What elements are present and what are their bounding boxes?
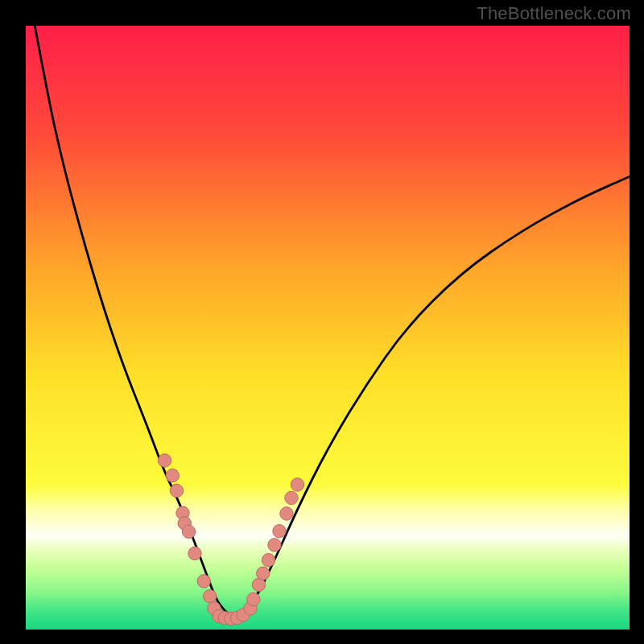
bottleneck-curve [35, 26, 630, 617]
data-dot [204, 590, 217, 603]
data-dot [257, 567, 270, 580]
watermark-text: TheBottleneck.com [477, 3, 631, 24]
data-dot [291, 478, 303, 491]
data-dot [166, 469, 179, 482]
data-dot [273, 525, 286, 538]
data-dot [188, 547, 201, 559]
data-dot [158, 454, 171, 467]
data-dot [285, 491, 298, 504]
data-dot [197, 575, 210, 588]
data-dot [268, 539, 281, 551]
data-dot [182, 525, 195, 538]
plot-panel [26, 26, 630, 630]
data-dot [280, 507, 293, 520]
data-dot [170, 484, 183, 497]
plot-svg [26, 26, 630, 630]
app-frame: TheBottleneck.com [0, 0, 644, 644]
data-dot [247, 592, 260, 605]
data-dot [262, 554, 275, 567]
